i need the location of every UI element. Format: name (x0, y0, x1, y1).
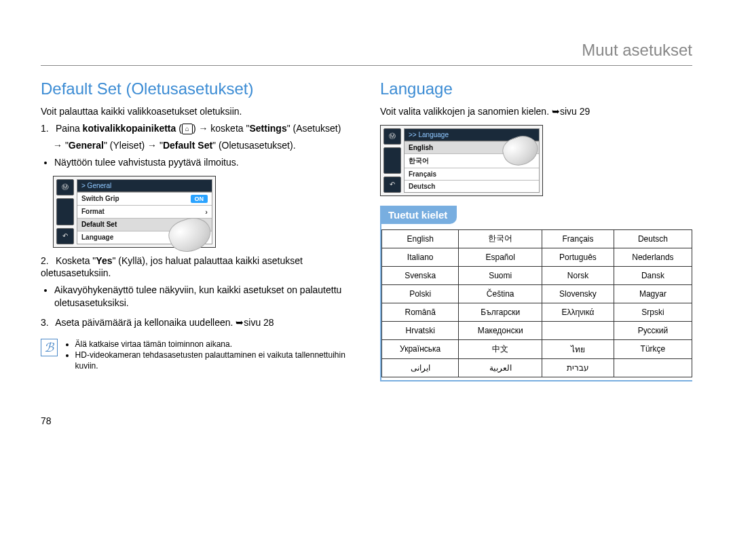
lang-cell: Русский (614, 321, 692, 339)
lang-cell: Ελληνικά (542, 303, 614, 321)
fig-m-icon: Ⓜ (56, 179, 74, 195)
chevron-right-icon: › (205, 208, 208, 216)
fig-back-icon: ↶ (383, 176, 401, 193)
fig-row-german: Deutsch (405, 180, 539, 192)
lang-cell: Nederlands (614, 248, 692, 266)
page-header: Muut asetukset (41, 41, 692, 66)
lang-cell: Hrvatski (382, 321, 459, 339)
lang-cell: Português (542, 248, 614, 266)
lang-cell: ไทย (542, 339, 614, 358)
lang-cell: 中文 (459, 339, 542, 358)
table-row: English한국어FrançaisDeutsch (382, 229, 692, 248)
lang-cell: Suomi (459, 266, 542, 284)
fig-row-english: English✓ (405, 141, 539, 153)
lang-cell: ایرانی (382, 358, 459, 377)
lang-cell: Deutsch (614, 229, 692, 248)
lang-cell: Українська (382, 339, 459, 358)
right-column: Language Voit valita valikkojen ja sanom… (380, 79, 692, 381)
left-intro: Voit palauttaa kaikki valikkoasetukset o… (41, 105, 353, 118)
left-section-title: Default Set (Oletusasetukset) (41, 79, 353, 98)
note-icon: ℬ (41, 339, 58, 356)
lang-cell: Italiano (382, 248, 459, 266)
table-row: PolskiČeštinaSlovenskyMagyar (382, 284, 692, 303)
table-row: HrvatskiМакедонскиРусский (382, 321, 692, 339)
step-2-bullet: Aikavyöhykenäyttö tulee näkyviin, kun ka… (54, 284, 353, 310)
lang-cell: English (382, 229, 459, 248)
lang-cell: עברית (542, 358, 614, 377)
fig-row-language: Language› (77, 231, 212, 244)
supported-languages-title: Tuetut kielet (381, 206, 457, 224)
note-2: HD-videokameran tehdasasetusten palautta… (75, 350, 353, 371)
page-ref-icon: ➥ (552, 106, 560, 117)
supported-languages-box: Tuetut kielet English한국어FrançaisDeutschI… (380, 206, 692, 381)
lang-cell: Македонски (459, 321, 542, 339)
lang-cell (614, 358, 692, 377)
fig-row-korean: 한국어 (405, 153, 539, 168)
lang-cell (542, 321, 614, 339)
figure-general-menu: Ⓜ ↶ > General Switch GripON Format› Defa… (53, 176, 216, 248)
on-badge: ON (191, 195, 208, 203)
chevron-right-icon: › (205, 234, 208, 242)
lang-cell: Polski (382, 284, 459, 303)
lang-cell: Čeština (459, 284, 542, 303)
lang-cell: Srpski (614, 303, 692, 321)
table-row: RomânăБългарскиΕλληνικάSrpski (382, 303, 692, 321)
lang-cell: Türkçe (614, 339, 692, 358)
right-section-title: Language (380, 79, 692, 98)
supported-languages-table: English한국어FrançaisDeutschItalianoEspañol… (381, 229, 692, 377)
step-2: 2. Kosketa "Yes" (Kyllä), jos haluat pal… (41, 255, 353, 280)
page-ref-icon: ➥ (236, 317, 244, 328)
lang-cell: العربية (459, 358, 542, 377)
note-1: Älä katkaise virtaa tämän toiminnon aika… (75, 339, 353, 350)
step-3: 3. Aseta päivämäärä ja kellonaika uudell… (41, 316, 353, 329)
lang-cell: Dansk (614, 266, 692, 284)
page-number: 78 (41, 415, 692, 426)
lang-cell: Magyar (614, 284, 692, 303)
table-row: ItalianoEspañolPortuguêsNederlands (382, 248, 692, 266)
fig-header: >> Language (405, 129, 539, 141)
table-row: Українська中文ไทยTürkçe (382, 339, 692, 358)
table-row: SvenskaSuomiNorskDansk (382, 266, 692, 284)
right-intro: Voit valita valikkojen ja sanomien kiele… (380, 105, 692, 118)
fig-row-french: Français (405, 168, 539, 180)
fig-header: > General (77, 180, 212, 192)
step-1-line-2: → "General" (Yleiset) → "Default Set" (O… (53, 139, 353, 152)
fig-row-default-set: Default Set› (77, 218, 212, 231)
home-icon: ⌂ (182, 124, 193, 134)
step-1-bullet: Näyttöön tulee vahvistusta pyytävä ilmoi… (54, 156, 353, 169)
lang-cell: 한국어 (459, 229, 542, 248)
step-1-line-1: 1. Paina kotivalikkopainiketta (⌂) → kos… (41, 122, 353, 135)
lang-cell: Svenska (382, 266, 459, 284)
figure-language-menu: Ⓜ ↶ >> Language English✓ 한국어 Français De… (380, 125, 543, 196)
lang-cell: Română (382, 303, 459, 321)
lang-cell: Norsk (542, 266, 614, 284)
lang-cell: Български (459, 303, 542, 321)
lang-cell: Français (542, 229, 614, 248)
fig-m-icon: Ⓜ (383, 128, 401, 145)
left-column: Default Set (Oletusasetukset) Voit palau… (41, 79, 353, 381)
lang-cell: Español (459, 248, 542, 266)
fig-row-format: Format› (77, 205, 212, 218)
table-row: ایرانیالعربيةעברית (382, 358, 692, 377)
chevron-right-icon: › (205, 221, 208, 229)
fig-back-icon: ↶ (56, 228, 74, 244)
fig-row-switch-grip: Switch GripON (77, 192, 212, 205)
lang-cell: Slovensky (542, 284, 614, 303)
